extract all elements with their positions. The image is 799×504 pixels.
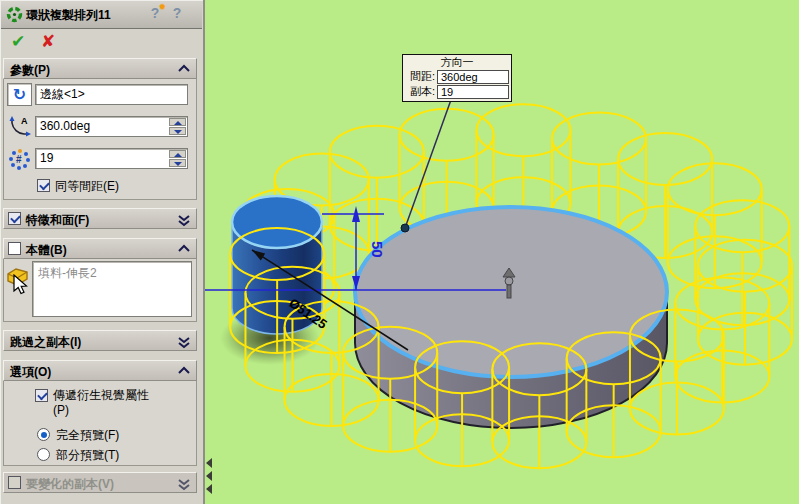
callout-title: 方向一 — [405, 56, 509, 69]
group-parameters: 參數(P) 邊線<1> A 360.0deg — [3, 58, 197, 200]
group-parameters-content: 邊線<1> A 360.0deg — [3, 79, 197, 200]
solidworks-window: 50 Ø51.25 方向一 間距: 360deg 副本: 19 — [0, 0, 799, 504]
callout-spacing-label: 間距: — [405, 69, 435, 84]
group-bodies-header[interactable]: 本體(B) — [3, 238, 197, 259]
bodies-checkbox[interactable] — [8, 242, 21, 255]
group-options: 選項(O) 傳遞衍生視覺屬性 (P) 完全預覽(F) 部分預覽(T) — [3, 360, 197, 466]
group-bodies-label: 本體(B) — [26, 242, 67, 259]
group-parameters-label: 參數(P) — [10, 62, 50, 79]
angle-value: 360.0deg — [40, 119, 90, 133]
full-preview-radio[interactable] — [37, 428, 50, 441]
full-preview-label: 完全預覽(F) — [56, 427, 119, 444]
instance-count-spinner[interactable] — [169, 150, 186, 167]
group-skip-instances-label: 跳過之副本(I) — [10, 334, 81, 351]
chevron-up-icon[interactable] — [177, 244, 191, 253]
group-features-faces: 特徵和面(F) — [3, 208, 197, 229]
partial-preview-radio[interactable] — [37, 448, 50, 461]
chevron-double-down-icon[interactable] — [177, 336, 191, 349]
propagate-visual-label-suffix: (P) — [53, 403, 69, 417]
property-manager-panel: 環狀複製排列11 ✹ 參數(P) 邊線<1> — [0, 0, 205, 504]
pattern-axis-input[interactable]: 邊線<1> — [35, 84, 188, 105]
group-features-faces-header[interactable]: 特徵和面(F) — [3, 208, 197, 229]
group-vary-instances: 要變化的副本(V) — [3, 472, 197, 493]
panel-titlebar: 環狀複製排列11 ✹ — [1, 1, 202, 29]
svg-text:#: # — [16, 154, 22, 165]
svg-text:A: A — [21, 116, 28, 126]
panel-splitter-arrow[interactable] — [206, 471, 212, 481]
callout-leader — [401, 97, 452, 232]
features-faces-checkbox[interactable] — [8, 212, 21, 225]
instance-count-value: 19 — [40, 151, 53, 165]
pattern-instance-preview — [695, 200, 789, 325]
pattern-instance-preview — [668, 163, 762, 288]
confirm-row — [0, 29, 203, 55]
group-skip-instances-header[interactable]: 跳過之副本(I) — [3, 330, 197, 351]
equal-spacing-checkbox[interactable] — [37, 179, 50, 192]
ok-button[interactable] — [6, 31, 30, 53]
callout-spacing-input[interactable]: 360deg — [437, 70, 509, 84]
chevron-double-down-icon[interactable] — [177, 214, 191, 227]
instance-count-input[interactable]: 19 — [35, 148, 188, 169]
whats-new-help-icon[interactable]: ✹ — [147, 5, 163, 23]
propagate-visual-label: 傳遞衍生視覺屬性 — [53, 387, 149, 404]
help-icon[interactable] — [169, 5, 185, 23]
chevron-up-icon[interactable] — [177, 64, 191, 73]
chevron-double-down-icon[interactable] — [177, 478, 191, 491]
angle-icon: A — [8, 115, 32, 139]
propagate-visual-checkbox[interactable] — [35, 389, 48, 402]
partial-preview-label: 部分預覽(T) — [56, 447, 119, 464]
direction1-callout[interactable]: 方向一 間距: 360deg 副本: 19 — [402, 54, 512, 102]
angle-spinner[interactable] — [169, 118, 186, 135]
group-bodies: 本體(B) 填料-伸長2 — [3, 238, 197, 322]
angle-input[interactable]: 360.0deg — [35, 116, 188, 137]
panel-splitter-arrow[interactable] — [206, 458, 212, 468]
pattern-axis-button[interactable] — [7, 83, 32, 106]
group-options-content: 傳遞衍生視覺屬性 (P) 完全預覽(F) 部分預覽(T) — [3, 381, 197, 466]
group-vary-instances-label: 要變化的副本(V) — [26, 476, 114, 493]
group-options-label: 選項(O) — [10, 364, 51, 381]
vary-instances-checkbox[interactable] — [8, 476, 21, 489]
panel-title: 環狀複製排列11 — [26, 7, 111, 24]
pattern-instance-preview — [698, 240, 792, 365]
instance-count-icon: # — [8, 147, 32, 171]
cancel-button[interactable] — [36, 31, 60, 53]
height-dimension-text[interactable]: 50 — [369, 241, 386, 258]
group-features-faces-label: 特徵和面(F) — [26, 212, 89, 229]
group-options-header[interactable]: 選項(O) — [3, 360, 197, 381]
pattern-axis-icon — [13, 86, 26, 103]
group-vary-instances-header[interactable]: 要變化的副本(V) — [3, 472, 197, 493]
callout-instances-label: 副本: — [405, 84, 435, 99]
callout-instances-input[interactable]: 19 — [437, 85, 509, 99]
chevron-up-icon[interactable] — [177, 366, 191, 375]
base-disk-body[interactable] — [355, 207, 667, 428]
seed-top-face[interactable] — [232, 196, 322, 248]
circular-pattern-icon — [6, 6, 23, 23]
group-bodies-content: 填料-伸長2 — [3, 259, 197, 322]
group-parameters-header[interactable]: 參數(P) — [3, 58, 197, 79]
group-skip-instances: 跳過之副本(I) — [3, 330, 197, 351]
bodies-listbox[interactable]: 填料-伸長2 — [32, 261, 192, 317]
panel-splitter-arrow[interactable] — [206, 484, 212, 494]
equal-spacing-label: 同等間距(E) — [55, 178, 119, 195]
mouse-cursor-icon — [13, 274, 29, 296]
list-item[interactable]: 填料-伸長2 — [33, 262, 191, 282]
